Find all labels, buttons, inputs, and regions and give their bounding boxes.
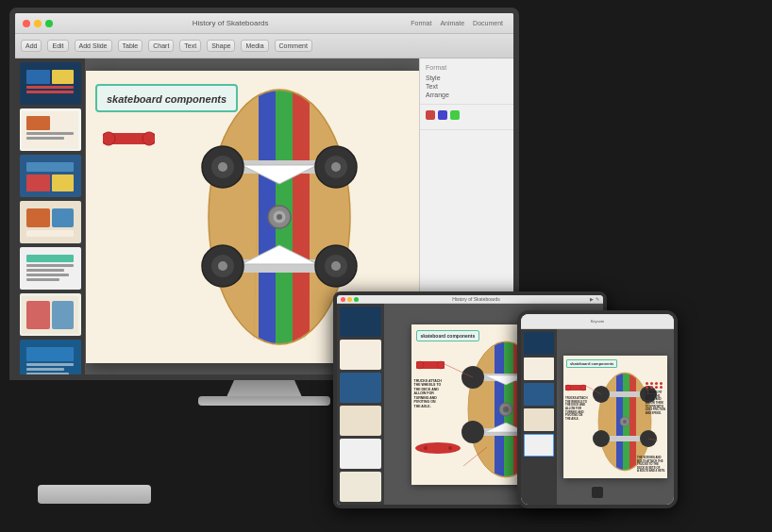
svg-rect-10 xyxy=(26,162,74,172)
svg-rect-20 xyxy=(26,269,64,272)
phone-screws-text: THE SCREWS ANDBOLTS ATTACH THETRUCKS TO … xyxy=(637,457,665,474)
slide-thumb-6[interactable] xyxy=(20,293,81,336)
toolbar: Add Edit Add Slide Table Chart Text Shap… xyxy=(15,34,513,58)
document-button[interactable]: Document xyxy=(470,19,506,27)
svg-point-115 xyxy=(416,361,424,369)
phone-slide-5[interactable] xyxy=(524,434,554,457)
phone-truck-svg xyxy=(565,382,586,393)
svg-rect-14 xyxy=(26,208,50,227)
svg-point-130 xyxy=(593,386,610,403)
tablet-maximize[interactable] xyxy=(354,297,359,302)
svg-point-136 xyxy=(623,420,627,424)
phone-main-slide: skateboard components xyxy=(563,356,667,478)
phone-canvas: skateboard components xyxy=(557,329,674,505)
svg-point-134 xyxy=(640,430,657,447)
slide-thumb-5[interactable] xyxy=(20,247,81,290)
add-button[interactable]: Add xyxy=(21,40,42,52)
phone-slide-4[interactable] xyxy=(524,408,554,431)
svg-point-75 xyxy=(277,214,282,220)
svg-point-139 xyxy=(580,385,586,391)
format-section: Format Style Text Arrange xyxy=(420,58,513,105)
tablet-slide-6[interactable] xyxy=(340,472,381,502)
phone-bearing-dots xyxy=(646,382,663,389)
svg-rect-8 xyxy=(26,137,64,140)
tablet-slide-3[interactable] xyxy=(340,373,381,403)
tablet-close[interactable] xyxy=(341,297,345,302)
slide-thumb-inner-5 xyxy=(20,247,81,290)
table-button[interactable]: Table xyxy=(118,40,143,52)
svg-rect-30 xyxy=(26,373,69,375)
slide-thumb-inner-1 xyxy=(20,62,81,105)
phone-slide-1[interactable] xyxy=(524,332,554,355)
slide-thumb-inner-7 xyxy=(20,340,81,374)
svg-point-72 xyxy=(331,261,341,271)
svg-point-117 xyxy=(415,442,461,454)
svg-rect-15 xyxy=(52,208,74,227)
monitor-stand xyxy=(227,380,302,397)
svg-rect-56 xyxy=(293,71,310,363)
truck-icon xyxy=(103,125,155,152)
svg-rect-22 xyxy=(26,278,59,281)
svg-point-106 xyxy=(462,366,484,389)
svg-point-64 xyxy=(331,162,341,172)
tablet-minimize[interactable] xyxy=(347,297,352,302)
svg-point-77 xyxy=(103,132,115,145)
svg-point-116 xyxy=(437,361,445,369)
chart-button[interactable]: Chart xyxy=(148,40,174,52)
tablet-traffic-lights xyxy=(341,297,359,302)
format-button[interactable]: Format xyxy=(408,19,434,27)
format-label: Format xyxy=(426,64,508,71)
traffic-lights xyxy=(23,20,53,27)
maximize-button[interactable] xyxy=(45,20,53,27)
tablet-slide-5[interactable] xyxy=(340,439,381,469)
slide-thumb-4[interactable] xyxy=(20,201,81,243)
svg-rect-27 xyxy=(26,347,74,361)
phone-toolbar: Keynote xyxy=(521,314,674,329)
svg-rect-19 xyxy=(26,264,74,267)
phone-slide-panel[interactable] xyxy=(521,329,557,505)
slide-thumb-2[interactable] xyxy=(20,108,81,151)
svg-rect-129 xyxy=(604,391,646,397)
phone-slide-2[interactable] xyxy=(524,357,554,380)
tablet-play-btn[interactable]: ▶ xyxy=(590,296,594,302)
minimize-button[interactable] xyxy=(34,20,42,27)
phone-truck-text: TRUCKS ATTACHTHE WHEELS TOTHE DECK ANDAL… xyxy=(565,397,587,421)
svg-rect-25 xyxy=(52,301,74,329)
svg-rect-2 xyxy=(26,86,74,89)
slide-thumb-3[interactable] xyxy=(20,155,81,197)
text-button[interactable]: Text xyxy=(179,40,201,52)
color-swatch-green[interactable] xyxy=(450,110,460,120)
edit-button[interactable]: Edit xyxy=(47,40,68,52)
color-swatch-red[interactable] xyxy=(426,110,435,120)
tablet-slide-2[interactable] xyxy=(340,340,381,370)
slide-panel[interactable] xyxy=(15,58,86,374)
phone-main: skateboard components xyxy=(521,329,674,505)
svg-point-78 xyxy=(143,132,155,145)
tablet-truck-text: TRUCKS ATTACHTHE WHEELS TOTHE DECK ANDAL… xyxy=(414,379,442,409)
tablet-toolbar-btns: ▶ ✎ xyxy=(590,296,599,302)
svg-point-61 xyxy=(218,162,227,172)
comment-button[interactable]: Comment xyxy=(275,40,312,52)
phone-truck-icon xyxy=(565,380,586,397)
tablet-slide-panel[interactable] xyxy=(337,304,384,505)
tablet-deck-oval-svg xyxy=(414,441,462,455)
close-button[interactable] xyxy=(23,20,30,27)
svg-rect-4 xyxy=(52,70,74,84)
animate-button[interactable]: Animate xyxy=(437,19,467,27)
svg-rect-11 xyxy=(26,175,50,191)
title-bar: History of Skateboards Format Animate Do… xyxy=(15,13,513,34)
mac-mini xyxy=(38,485,151,504)
tablet-slide-4[interactable] xyxy=(340,406,381,436)
phone-home-button[interactable] xyxy=(590,485,605,500)
color-swatch-blue[interactable] xyxy=(438,110,447,120)
shape-button[interactable]: Shape xyxy=(207,40,235,52)
media-button[interactable]: Media xyxy=(241,40,268,52)
slide-thumb-7[interactable] xyxy=(20,340,81,374)
slide-thumb-1[interactable] xyxy=(20,62,81,105)
tablet-tools-btn[interactable]: ✎ xyxy=(596,296,599,302)
phone-slide-3[interactable] xyxy=(524,383,554,406)
svg-point-133 xyxy=(593,430,610,447)
tablet-slide-1[interactable] xyxy=(340,307,381,337)
slide-thumb-inner-2 xyxy=(20,108,81,151)
add-slide-button[interactable]: Add Slide xyxy=(75,40,112,52)
